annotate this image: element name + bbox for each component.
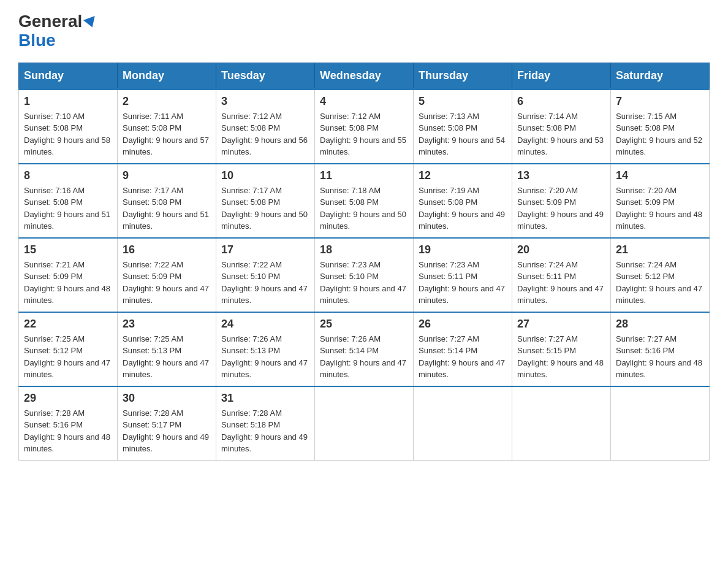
day-number: 26 [419, 318, 507, 331]
day-number: 20 [517, 243, 605, 256]
logo-text: General [18, 12, 97, 31]
day-header-saturday: Saturday [611, 63, 710, 89]
day-cell: 13 Sunrise: 7:20 AMSunset: 5:09 PMDaylig… [512, 164, 611, 238]
calendar-body: 1 Sunrise: 7:10 AMSunset: 5:08 PMDayligh… [19, 89, 710, 460]
logo-blue: Blue [18, 31, 56, 50]
day-cell: 29 Sunrise: 7:28 AMSunset: 5:16 PMDaylig… [19, 386, 118, 461]
day-header-monday: Monday [118, 63, 216, 89]
day-info: Sunrise: 7:17 AMSunset: 5:08 PMDaylight:… [123, 186, 209, 231]
week-row-1: 1 Sunrise: 7:10 AMSunset: 5:08 PMDayligh… [19, 89, 710, 164]
day-cell: 15 Sunrise: 7:21 AMSunset: 5:09 PMDaylig… [19, 238, 118, 312]
day-number: 19 [419, 243, 507, 256]
day-info: Sunrise: 7:28 AMSunset: 5:17 PMDaylight:… [123, 408, 209, 454]
day-number: 27 [517, 318, 605, 331]
day-cell: 9 Sunrise: 7:17 AMSunset: 5:08 PMDayligh… [118, 164, 216, 238]
day-number: 28 [616, 318, 704, 331]
day-number: 15 [24, 243, 112, 256]
day-info: Sunrise: 7:27 AMSunset: 5:15 PMDaylight:… [517, 334, 604, 380]
week-row-2: 8 Sunrise: 7:16 AMSunset: 5:08 PMDayligh… [19, 164, 710, 238]
day-cell: 1 Sunrise: 7:10 AMSunset: 5:08 PMDayligh… [19, 89, 118, 164]
day-info: Sunrise: 7:26 AMSunset: 5:13 PMDaylight:… [221, 334, 308, 380]
day-info: Sunrise: 7:25 AMSunset: 5:12 PMDaylight:… [24, 334, 110, 380]
day-info: Sunrise: 7:10 AMSunset: 5:08 PMDaylight:… [24, 112, 110, 157]
week-row-5: 29 Sunrise: 7:28 AMSunset: 5:16 PMDaylig… [19, 386, 710, 461]
calendar-table: SundayMondayTuesdayWednesdayThursdayFrid… [18, 63, 710, 461]
day-cell [315, 386, 414, 461]
day-info: Sunrise: 7:14 AMSunset: 5:08 PMDaylight:… [517, 112, 604, 157]
day-number: 24 [221, 318, 309, 331]
day-info: Sunrise: 7:22 AMSunset: 5:10 PMDaylight:… [221, 260, 308, 305]
day-cell: 28 Sunrise: 7:27 AMSunset: 5:16 PMDaylig… [611, 312, 710, 386]
day-number: 17 [221, 243, 309, 256]
day-info: Sunrise: 7:28 AMSunset: 5:18 PMDaylight:… [221, 408, 308, 454]
day-cell: 26 Sunrise: 7:27 AMSunset: 5:14 PMDaylig… [414, 312, 512, 386]
day-cell: 12 Sunrise: 7:19 AMSunset: 5:08 PMDaylig… [414, 164, 512, 238]
week-row-4: 22 Sunrise: 7:25 AMSunset: 5:12 PMDaylig… [19, 312, 710, 386]
day-info: Sunrise: 7:17 AMSunset: 5:08 PMDaylight:… [221, 186, 308, 231]
day-number: 14 [616, 169, 704, 182]
day-info: Sunrise: 7:23 AMSunset: 5:11 PMDaylight:… [419, 260, 505, 305]
day-cell: 30 Sunrise: 7:28 AMSunset: 5:17 PMDaylig… [118, 386, 216, 461]
day-number: 8 [24, 169, 112, 182]
day-cell: 24 Sunrise: 7:26 AMSunset: 5:13 PMDaylig… [216, 312, 315, 386]
day-info: Sunrise: 7:21 AMSunset: 5:09 PMDaylight:… [24, 260, 110, 305]
day-number: 5 [419, 95, 507, 108]
day-cell: 27 Sunrise: 7:27 AMSunset: 5:15 PMDaylig… [512, 312, 611, 386]
day-cell [611, 386, 710, 461]
day-number: 7 [616, 95, 704, 108]
day-cell: 25 Sunrise: 7:26 AMSunset: 5:14 PMDaylig… [315, 312, 414, 386]
day-cell: 31 Sunrise: 7:28 AMSunset: 5:18 PMDaylig… [216, 386, 315, 461]
day-info: Sunrise: 7:27 AMSunset: 5:14 PMDaylight:… [419, 334, 505, 380]
day-info: Sunrise: 7:24 AMSunset: 5:11 PMDaylight:… [517, 260, 604, 305]
day-cell: 21 Sunrise: 7:24 AMSunset: 5:12 PMDaylig… [611, 238, 710, 312]
day-cell: 10 Sunrise: 7:17 AMSunset: 5:08 PMDaylig… [216, 164, 315, 238]
day-cell: 4 Sunrise: 7:12 AMSunset: 5:08 PMDayligh… [315, 89, 414, 164]
day-info: Sunrise: 7:16 AMSunset: 5:08 PMDaylight:… [24, 186, 110, 231]
logo-general: General [18, 12, 82, 31]
day-info: Sunrise: 7:27 AMSunset: 5:16 PMDaylight:… [616, 334, 702, 380]
day-number: 4 [320, 95, 408, 108]
day-info: Sunrise: 7:28 AMSunset: 5:16 PMDaylight:… [24, 408, 110, 454]
day-header-thursday: Thursday [414, 63, 512, 89]
logo-blue-text: Blue [18, 31, 56, 50]
day-info: Sunrise: 7:25 AMSunset: 5:13 PMDaylight:… [123, 334, 209, 380]
day-number: 13 [517, 169, 605, 182]
day-number: 9 [123, 169, 211, 182]
day-number: 23 [123, 318, 211, 331]
day-number: 11 [320, 169, 408, 182]
day-cell: 22 Sunrise: 7:25 AMSunset: 5:12 PMDaylig… [19, 312, 118, 386]
day-info: Sunrise: 7:11 AMSunset: 5:08 PMDaylight:… [123, 112, 209, 157]
logo: General Blue [18, 12, 97, 50]
day-number: 10 [221, 169, 309, 182]
day-number: 16 [123, 243, 211, 256]
day-header-sunday: Sunday [19, 63, 118, 89]
day-cell: 5 Sunrise: 7:13 AMSunset: 5:08 PMDayligh… [414, 89, 512, 164]
day-cell: 3 Sunrise: 7:12 AMSunset: 5:08 PMDayligh… [216, 89, 315, 164]
day-cell: 19 Sunrise: 7:23 AMSunset: 5:11 PMDaylig… [414, 238, 512, 312]
day-header-wednesday: Wednesday [315, 63, 414, 89]
day-info: Sunrise: 7:23 AMSunset: 5:10 PMDaylight:… [320, 260, 406, 305]
day-cell [414, 386, 512, 461]
day-number: 31 [221, 392, 309, 405]
day-header-friday: Friday [512, 63, 611, 89]
week-row-3: 15 Sunrise: 7:21 AMSunset: 5:09 PMDaylig… [19, 238, 710, 312]
day-cell: 6 Sunrise: 7:14 AMSunset: 5:08 PMDayligh… [512, 89, 611, 164]
day-header-tuesday: Tuesday [216, 63, 315, 89]
logo-triangle-icon [83, 16, 98, 29]
day-number: 21 [616, 243, 704, 256]
day-cell: 23 Sunrise: 7:25 AMSunset: 5:13 PMDaylig… [118, 312, 216, 386]
day-number: 29 [24, 392, 112, 405]
page-header: General Blue [18, 12, 710, 50]
day-cell: 8 Sunrise: 7:16 AMSunset: 5:08 PMDayligh… [19, 164, 118, 238]
day-number: 1 [24, 95, 112, 108]
day-info: Sunrise: 7:20 AMSunset: 5:09 PMDaylight:… [616, 186, 702, 231]
day-cell: 11 Sunrise: 7:18 AMSunset: 5:08 PMDaylig… [315, 164, 414, 238]
day-cell: 14 Sunrise: 7:20 AMSunset: 5:09 PMDaylig… [611, 164, 710, 238]
day-cell: 7 Sunrise: 7:15 AMSunset: 5:08 PMDayligh… [611, 89, 710, 164]
day-cell: 2 Sunrise: 7:11 AMSunset: 5:08 PMDayligh… [118, 89, 216, 164]
day-info: Sunrise: 7:15 AMSunset: 5:08 PMDaylight:… [616, 112, 702, 157]
day-info: Sunrise: 7:22 AMSunset: 5:09 PMDaylight:… [123, 260, 209, 305]
day-info: Sunrise: 7:12 AMSunset: 5:08 PMDaylight:… [221, 112, 308, 157]
day-cell: 17 Sunrise: 7:22 AMSunset: 5:10 PMDaylig… [216, 238, 315, 312]
day-number: 18 [320, 243, 408, 256]
